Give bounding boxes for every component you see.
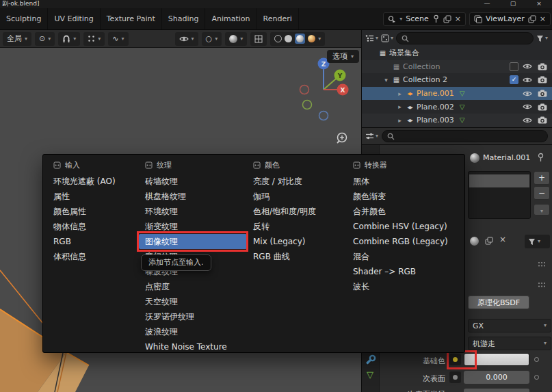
outliner-row[interactable]: ▦ 场景集合 ▽ [362,47,552,60]
base-color-swatch[interactable] [464,353,529,366]
hide-in-viewport-icon[interactable] [523,77,532,83]
pin-icon[interactable] [537,153,544,162]
menu-item[interactable]: 体积信息 [47,249,139,264]
render-preview-dropdown[interactable]: ▾ [225,32,247,46]
menu-item[interactable]: 属性 [47,189,139,204]
material-preview-mode-active[interactable] [295,34,305,44]
display-mode-dropdown[interactable]: ▾ [381,34,393,42]
outliner-row[interactable]: ▸ ◆ Plane.001 ▽ [362,87,552,101]
viewlayer-selector[interactable]: ViewLayer × [469,12,551,26]
remove-material-slot-button[interactable]: − [534,186,550,200]
disable-in-renders-icon[interactable] [538,63,547,70]
tool-options-dropdown[interactable]: 选项 ▾ [327,50,359,63]
disable-in-renders-icon[interactable] [538,103,547,111]
outliner-row[interactable]: ▸ ◆ Plane.002 ▽ [362,100,552,114]
menu-item[interactable]: 颜色渐变 [347,189,459,204]
subsurface-value-field[interactable]: 0.000 [464,371,529,384]
menu-item[interactable]: 渐变纹理 [139,219,247,234]
disclosure-icon[interactable]: ▸ [395,117,405,124]
snap-settings-dropdown[interactable]: ▾ [83,32,105,46]
material-slot-selected[interactable] [469,174,529,187]
unlink-material-button[interactable]: × [499,235,506,244]
modifier-wrench-icon[interactable] [365,354,376,365]
decorator-dot[interactable] [534,357,539,362]
menu-item[interactable]: White Noise Texture [139,339,247,354]
surface-shader-button[interactable]: 原理化BSDF [468,296,529,309]
collection-checkbox[interactable] [510,62,518,71]
gizmo-x-label[interactable]: X [341,87,345,94]
distribution-dropdown[interactable]: GX ▾ [468,319,551,332]
subsurface-method-dropdown[interactable]: 机游走 ▾ [468,337,551,350]
menu-item[interactable]: 物体信息 [47,219,139,234]
material-filter-dropdown[interactable]: ▾ [525,235,550,248]
menu-item[interactable]: RGB [47,234,139,249]
shading-mode-switcher[interactable]: ▾ [270,32,325,46]
menu-item[interactable]: 混合 [347,249,459,264]
rendered-mode-icon[interactable] [308,35,315,42]
gizmo-z-label[interactable]: Z [321,61,326,68]
workspace-tab[interactable]: Renderi [257,8,299,29]
menu-item[interactable]: Mix (Legacy) [247,234,347,249]
menu-item[interactable]: Combine HSV (Legacy) [347,219,459,234]
workspace-tab[interactable]: Animation [205,8,257,29]
menu-item[interactable]: 砖墙纹理 [139,174,247,189]
menu-item[interactable]: 合并颜色 [347,204,459,219]
subsurface-socket-button[interactable] [449,371,461,383]
menu-item[interactable]: 颜色属性 [47,204,139,219]
outliner-row[interactable]: ▸ ◆ Plane.003 ▽ [362,114,552,127]
disable-in-renders-icon[interactable] [538,76,547,83]
menu-item[interactable]: 色相/饱和度/明度 [247,204,347,219]
add-material-slot-button[interactable]: + [534,171,550,185]
hide-in-viewport-icon[interactable] [523,103,532,110]
overlays-dropdown[interactable]: ▾ [175,32,198,46]
hide-in-viewport-icon[interactable] [523,117,532,124]
properties-search-input[interactable] [397,131,542,142]
maximize-button[interactable]: ▢ [500,0,526,8]
hide-in-viewport-icon[interactable] [523,90,532,97]
new-copy-icon[interactable] [528,15,536,23]
scene-selector[interactable]: ▾ Scene × [383,12,466,26]
zoom-icon[interactable] [334,131,350,146]
menu-item[interactable]: 环境纹理 [139,204,247,219]
minimize-button[interactable]: — [474,0,500,8]
menu-item[interactable]: 环境光遮蔽 (AO) [47,174,139,189]
menu-item[interactable]: 波长 [347,279,459,294]
menu-item[interactable]: 沃罗诺伊纹理 [139,309,247,324]
outliner-row[interactable]: ▾ ▦ Collection 2 ▽ ✓ [362,73,552,87]
workspace-tab[interactable]: Sculpting [0,8,48,29]
solid-mode-icon[interactable] [285,35,292,42]
menu-item[interactable]: 波浪纹理 [139,324,247,339]
snap-dropdown[interactable]: ▾ [58,32,80,46]
menu-item-highlighted[interactable]: 图像纹理 [139,234,247,249]
transform-orientation-dropdown[interactable]: 全局 ▾ [3,32,31,46]
panel-drag-dots[interactable] [537,282,547,288]
gizmo-y-label[interactable]: Y [337,73,343,79]
subsurface-radius-field[interactable] [464,389,529,392]
hide-in-viewport-icon[interactable] [523,63,532,70]
workspace-tab[interactable]: UV Editing [48,8,100,29]
remove-viewlayer-icon[interactable]: × [540,15,546,23]
menu-item[interactable]: Shader –> RGB [347,264,459,279]
menu-item[interactable]: Combine RGB (Legacy) [347,234,459,249]
wireframe-mode-icon[interactable] [274,35,282,42]
collection-checkbox[interactable]: ✓ [510,75,518,84]
disable-in-renders-icon[interactable] [538,116,547,124]
workspace-tab[interactable]: Texture Paint [101,8,162,29]
proportional-edit-dropdown[interactable]: ∿ ▾ [108,32,128,46]
menu-item[interactable]: 点密度 [139,279,247,294]
disable-in-renders-icon[interactable] [538,90,547,97]
disclosure-icon[interactable]: ▸ [395,90,405,97]
unlink-scene-icon[interactable]: × [455,15,461,23]
slot-specials-dropdown[interactable]: ▾ [534,204,550,215]
menu-item[interactable]: RGB 曲线 [247,249,347,264]
menu-item[interactable]: 亮度 / 对比度 [247,174,347,189]
base-color-socket-button[interactable] [449,354,461,365]
pivot-point-dropdown[interactable]: ⊙ ▾ [35,32,55,46]
outliner-row[interactable]: ▦ Collection ▽ [362,60,552,74]
filter-dropdown[interactable]: ▾ [536,35,548,42]
workspace-tab[interactable]: Shading [162,8,206,29]
xray-toggle[interactable] [250,32,267,46]
menu-item[interactable]: 天空纹理 [139,294,247,309]
decorator-dot[interactable] [534,375,539,380]
menu-item[interactable]: 黑体 [347,174,459,189]
